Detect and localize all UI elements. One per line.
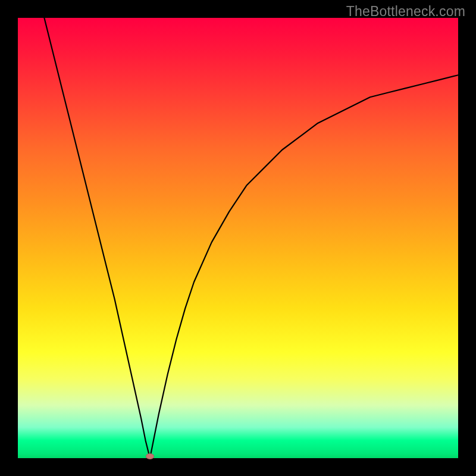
curve-left-branch	[44, 18, 150, 458]
curve-svg	[18, 18, 458, 458]
watermark-text: TheBottleneck.com	[346, 4, 465, 20]
min-point-marker	[146, 453, 154, 459]
chart-frame: TheBottleneck.com	[0, 0, 476, 476]
plot-area	[18, 18, 458, 458]
curve-right-branch	[150, 75, 458, 458]
